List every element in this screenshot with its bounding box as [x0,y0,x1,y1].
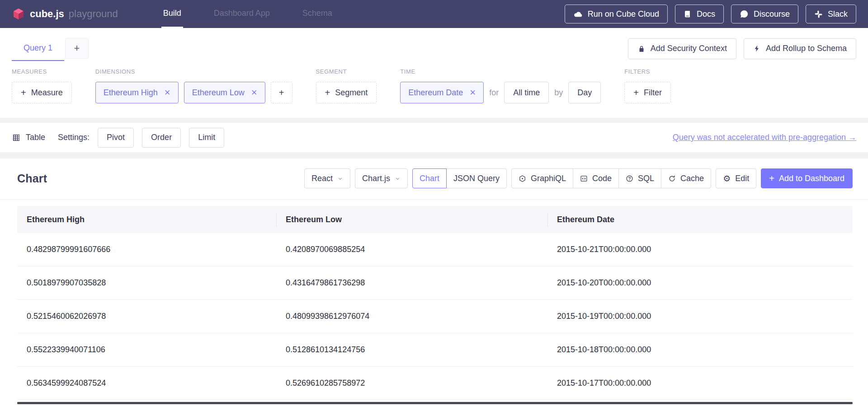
slack-button[interactable]: Slack [806,5,856,23]
slack-label: Slack [828,9,848,19]
segment-group: SEGMENT + Segment [316,68,377,103]
chart-controls: React Chart.js Chart JSON Query [304,168,853,188]
dimension-tag-ethereum-low[interactable]: Ethereum Low × [184,82,265,103]
by-connector-label: by [554,88,563,98]
date-range-button[interactable]: All time [504,82,549,103]
column-header-ethereum-date[interactable]: Ethereum Date [547,206,853,233]
column-header-ethereum-high[interactable]: Ethereum High [17,206,276,233]
chart-library-select[interactable]: Chart.js [355,168,408,188]
dimension-tag-label: Ethereum High [104,88,158,98]
add-filter-button[interactable]: + Filter [624,82,671,103]
add-filter-label: Filter [644,88,662,98]
table-view-toggle[interactable]: Table [12,133,45,142]
table-cell: 2015-10-17T00:00:00.000 [547,378,853,388]
top-navbar: cube.js playground Build Dashboard App S… [0,0,868,28]
run-on-cube-cloud-button[interactable]: Run on Cube Cloud [565,5,668,23]
cubejs-logo[interactable]: cube.js playground [12,7,118,21]
measures-label: MEASURES [12,68,72,75]
tab-query-1[interactable]: Query 1 [12,36,64,61]
filters-group: FILTERS + Filter [624,68,671,103]
table-cell: 2015-10-19T00:00:00.000 [547,312,853,321]
nav-build[interactable]: Build [161,0,183,28]
add-measure-button[interactable]: + Measure [12,82,72,103]
plus-icon: + [633,88,639,97]
chevron-down-icon [337,176,343,182]
plus-icon: + [769,174,774,183]
granularity-button[interactable]: Day [568,82,601,103]
discourse-button[interactable]: Discourse [731,5,798,23]
nav-dashboard-app[interactable]: Dashboard App [212,0,272,28]
table-cell: 0.5018979907035828 [17,278,276,288]
measures-group: MEASURES + Measure [12,68,72,103]
add-to-dashboard-button[interactable]: + Add to Dashboard [761,168,853,188]
chart-title: Chart [17,172,47,185]
nav-schema[interactable]: Schema [301,0,334,28]
code-button[interactable]: Code [573,168,619,188]
plus-icon: + [21,88,26,97]
horizontal-scrollbar[interactable] [17,402,853,404]
column-header-ethereum-low[interactable]: Ethereum Low [276,206,547,233]
table-header-row: Ethereum High Ethereum Low Ethereum Date [17,206,853,233]
for-connector-label: for [489,88,499,98]
time-dimension-tag-ethereum-date[interactable]: Ethereum Date × [400,82,484,103]
add-segment-button[interactable]: + Segment [316,82,377,103]
close-icon[interactable]: × [470,88,476,98]
table-cell: 0.5269610285758972 [276,378,547,388]
graphiql-button[interactable]: GraphiQL [511,168,573,188]
sql-button[interactable]: SQL [618,168,661,188]
run-on-cube-cloud-label: Run on Cube Cloud [588,9,659,19]
chevron-down-icon [395,176,401,182]
add-security-context-label: Add Security Context [651,44,727,53]
table-cell: 2015-10-21T00:00:00.000 [547,245,853,254]
gear-icon: ⚙ [723,174,731,183]
dev-tools-group: GraphiQL Code SQL [511,168,711,188]
add-rollup-to-schema-label: Add Rollup to Schema [766,44,847,53]
book-icon [684,9,692,19]
logo-brand: cube.js [30,8,64,20]
dimensions-group: DIMENSIONS Ethereum High × Ethereum Low … [95,68,292,103]
add-measure-label: Measure [31,88,63,98]
view-json-query-button[interactable]: JSON Query [446,168,507,188]
cache-button[interactable]: Cache [661,168,711,188]
lightning-icon [753,44,761,53]
add-rollup-to-schema-button[interactable]: Add Rollup to Schema [744,38,856,59]
dimension-tag-ethereum-high[interactable]: Ethereum High × [95,82,179,103]
add-query-tab-button[interactable]: + [65,38,89,59]
table-row: 0.5634599924087524 0.5269610285758972 20… [17,367,853,400]
settings-bar: Table Settings: Pivot Order Limit Query … [0,123,868,152]
pivot-button[interactable]: Pivot [98,128,134,148]
close-icon[interactable]: × [165,88,170,98]
time-dimension-tag-label: Ethereum Date [408,88,463,98]
table-row: 0.5522339940071106 0.5128610134124756 20… [17,333,853,367]
add-security-context-button[interactable]: Add Security Context [628,38,736,59]
preaggregation-link[interactable]: Query was not accelerated with pre-aggre… [673,133,856,142]
code-label: Code [592,174,612,183]
table-cell: 0.48298799991607666 [17,245,276,254]
main-nav: Build Dashboard App Schema [161,0,363,28]
table-cell: 0.4208970069885254 [276,245,547,254]
docs-label: Docs [697,9,715,19]
order-button[interactable]: Order [142,128,181,148]
logo-suffix: playground [69,8,118,20]
close-icon[interactable]: × [251,88,257,98]
query-tabs-row: Query 1 + Add Security Context Add Rollu… [0,28,868,61]
framework-select-value: React [311,174,333,183]
chart-card: Chart React Chart.js Chart JSON Query [0,159,868,406]
limit-button[interactable]: Limit [189,128,224,148]
add-dimension-button[interactable]: + [271,82,292,103]
view-chart-button[interactable]: Chart [412,168,447,188]
framework-select[interactable]: React [304,168,350,188]
plus-icon: + [74,42,80,54]
table-cell: 0.5522339940071106 [17,345,276,355]
sql-label: SQL [638,174,654,183]
question-circle-icon [626,175,633,182]
edit-label: Edit [735,174,749,183]
tabs-actions: Add Security Context Add Rollup to Schem… [628,38,856,59]
table-cell: 0.5634599924087524 [17,378,276,388]
time-label: TIME [400,68,601,75]
edit-button[interactable]: ⚙ Edit [716,168,756,188]
add-to-dashboard-label: Add to Dashboard [779,174,844,183]
code-icon [580,175,588,182]
table-cell: 2015-10-20T00:00:00.000 [547,278,853,288]
docs-button[interactable]: Docs [675,5,724,23]
